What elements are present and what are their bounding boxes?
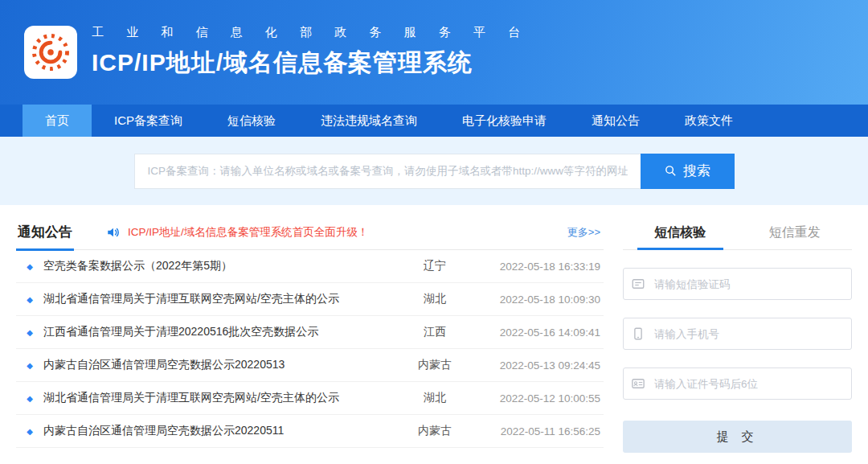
phone-icon xyxy=(631,326,645,341)
notice-province: 内蒙古 xyxy=(399,424,471,438)
notices-header: 通知公告 ICP/IP地址/域名信息备案管理系统首页全面升级！ 更多>> xyxy=(16,215,604,250)
platform-name: 工 业 和 信 息 化 部 政 务 服 务 平 台 xyxy=(92,25,530,40)
search-icon xyxy=(664,164,678,178)
main-content: 通知公告 ICP/IP地址/域名信息备案管理系统首页全面升级！ 更多>> ◆ 空… xyxy=(0,205,868,453)
id-number-input[interactable] xyxy=(623,368,852,400)
notice-row[interactable]: ◆ 江西省通信管理局关于清理20220516批次空壳数据公示 江西 2022-0… xyxy=(16,316,604,349)
sms-code-icon xyxy=(631,277,645,291)
diamond-bullet-icon: ◆ xyxy=(16,262,43,271)
notice-province: 湖北 xyxy=(399,391,471,405)
id-card-icon xyxy=(631,376,645,391)
site-logo xyxy=(24,26,77,79)
search-button-label: 搜索 xyxy=(683,162,710,180)
nav-item-notices[interactable]: 通知公告 xyxy=(569,105,662,137)
sms-tabs: 短信核验 短信重发 xyxy=(623,215,852,250)
main-nav: 首页 ICP备案查询 短信核验 违法违规域名查询 电子化核验申请 通知公告 政策… xyxy=(0,105,868,137)
sms-panel: 短信核验 短信重发 xyxy=(623,215,852,453)
notice-province: 内蒙古 xyxy=(399,358,471,372)
notice-datetime: 2022-05-11 16:56:25 xyxy=(471,425,604,437)
notice-title[interactable]: 空壳类备案数据公示（2022年第5期） xyxy=(43,259,399,273)
notice-datetime: 2022-05-13 09:24:45 xyxy=(471,359,604,372)
notice-datetime: 2022-05-16 14:09:41 xyxy=(471,326,604,339)
more-link[interactable]: 更多>> xyxy=(567,225,604,240)
announcement-banner-text: ICP/IP地址/域名信息备案管理系统首页全面升级！ xyxy=(128,225,368,240)
diamond-bullet-icon: ◆ xyxy=(16,295,43,304)
diamond-bullet-icon: ◆ xyxy=(16,427,43,436)
notice-row[interactable]: ◆ 空壳类备案数据公示（2022年第5期） 辽宁 2022-05-18 16:3… xyxy=(16,250,604,283)
notice-province: 湖北 xyxy=(399,292,471,306)
notice-title[interactable]: 湖北省通信管理局关于清理互联网空壳网站/空壳主体的公示 xyxy=(43,391,399,405)
diamond-bullet-icon: ◆ xyxy=(16,361,43,370)
header-text: 工 业 和 信 息 化 部 政 务 服 务 平 台 ICP/IP地址/域名信息备… xyxy=(92,25,530,80)
notices-section: 通知公告 ICP/IP地址/域名信息备案管理系统首页全面升级！ 更多>> ◆ 空… xyxy=(16,215,604,453)
notice-row[interactable]: ◆ 内蒙古自治区通信管理局空壳数据公示20220511 内蒙古 2022-05-… xyxy=(16,415,604,448)
miit-logo-icon xyxy=(29,31,72,74)
notice-row[interactable]: ◆ 湖北省通信管理局关于清理互联网空壳网站/空壳主体的公示 湖北 2022-05… xyxy=(16,283,604,316)
phone-field-wrap xyxy=(623,318,852,350)
sms-code-field-wrap xyxy=(623,268,852,300)
notice-title[interactable]: 湖北省通信管理局关于清理互联网空壳网站/空壳主体的公示 xyxy=(43,292,399,306)
notice-row[interactable]: ◆ 湖北省通信管理局关于清理互联网空壳网站/空壳主体的公示 湖北 2022-05… xyxy=(16,382,604,415)
search-button[interactable]: 搜索 xyxy=(641,154,735,189)
phone-input[interactable] xyxy=(623,318,852,350)
id-number-field-wrap xyxy=(623,368,852,400)
nav-item-policy-files[interactable]: 政策文件 xyxy=(662,105,755,137)
speaker-icon xyxy=(106,225,121,240)
notice-row[interactable]: ◆ 内蒙古自治区通信管理局空壳数据公示20220513 内蒙古 2022-05-… xyxy=(16,349,604,382)
nav-item-home[interactable]: 首页 xyxy=(23,105,92,137)
notice-datetime: 2022-05-12 10:00:55 xyxy=(471,392,604,404)
page-title: ICP/IP地址/域名信息备案管理系统 xyxy=(92,47,530,80)
notice-title[interactable]: 内蒙古自治区通信管理局空壳数据公示20220511 xyxy=(43,424,399,438)
search-input[interactable] xyxy=(134,154,641,189)
nav-item-illegal-domain-query[interactable]: 违法违规域名查询 xyxy=(298,105,440,137)
tab-sms-resend[interactable]: 短信重发 xyxy=(738,215,853,249)
nav-item-icp-query[interactable]: ICP备案查询 xyxy=(92,105,205,137)
announcement-banner[interactable]: ICP/IP地址/域名信息备案管理系统首页全面升级！ xyxy=(106,225,368,240)
diamond-bullet-icon: ◆ xyxy=(16,394,43,403)
notice-title[interactable]: 内蒙古自治区通信管理局空壳数据公示20220513 xyxy=(43,358,399,372)
nav-item-electronic-verify[interactable]: 电子化核验申请 xyxy=(440,105,569,137)
site-header: 工 业 和 信 息 化 部 政 务 服 务 平 台 ICP/IP地址/域名信息备… xyxy=(0,0,868,105)
diamond-bullet-icon: ◆ xyxy=(16,328,43,337)
search-box: 搜索 xyxy=(134,154,735,189)
notice-datetime: 2022-05-18 16:33:19 xyxy=(471,261,604,273)
notice-province: 江西 xyxy=(399,325,471,339)
sms-code-input[interactable] xyxy=(623,268,852,300)
tab-sms-verify[interactable]: 短信核验 xyxy=(623,215,738,249)
notice-datetime: 2022-05-18 10:09:30 xyxy=(471,294,604,306)
notice-province: 辽宁 xyxy=(399,259,471,273)
submit-button[interactable]: 提 交 xyxy=(623,421,852,453)
notices-title: 通知公告 xyxy=(16,215,74,250)
notice-title[interactable]: 江西省通信管理局关于清理20220516批次空壳数据公示 xyxy=(43,325,399,339)
search-band: 搜索 xyxy=(0,137,868,205)
nav-item-sms-verify[interactable]: 短信核验 xyxy=(205,105,298,137)
